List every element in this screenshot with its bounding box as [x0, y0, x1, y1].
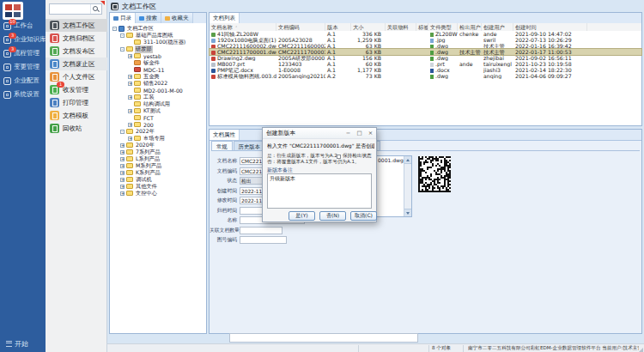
table-row[interactable]: CMC22111600002.dwgCMC22111600002A.163 KB…: [210, 43, 641, 49]
nav-item-回收站[interactable]: 回收站: [46, 122, 107, 135]
table-row[interactable]: CMC22111700001.dwgCMC22111700001A.163 KB…: [210, 49, 641, 55]
file-icon: [211, 63, 216, 67]
column-header-版本[interactable]: 版本: [325, 23, 351, 31]
scroll-up-icon[interactable]: [404, 156, 411, 164]
sidebar-item-变更管理[interactable]: 变更管理: [0, 60, 46, 74]
tree-tab-搜索[interactable]: 搜索: [136, 13, 161, 23]
nav-item-文档工作区[interactable]: 文档工作区: [46, 19, 107, 32]
expand-icon[interactable]: +: [120, 171, 125, 175]
expand-icon[interactable]: +: [120, 150, 125, 155]
tree-node[interactable]: +调试机: [110, 176, 206, 183]
table-row[interactable]: 1920x1080电脑桌面(1)(1).jpg2005A23028A.11,25…: [210, 37, 641, 43]
expand-icon[interactable]: +: [128, 54, 132, 58]
tree-node[interactable]: FCT: [110, 114, 206, 121]
column-header-文档编码[interactable]: 文档编码: [276, 23, 325, 31]
maximize-icon[interactable]: □: [354, 129, 365, 138]
table-row[interactable]: MB007.prt1233403A.160 KB.prtandetairuixe…: [210, 61, 641, 67]
tree-node[interactable]: +文控中心: [110, 190, 206, 197]
properties-tab-历史版本[interactable]: 历史版本: [234, 141, 265, 150]
column-header-创建用户[interactable]: 创建用户: [482, 23, 513, 31]
nav-item-文档发布区[interactable]: 文档发布区: [46, 45, 107, 58]
remark-input[interactable]: [229, 333, 418, 343]
dialog-button-取消(C)[interactable]: 取消(C): [350, 211, 377, 221]
tree-node[interactable]: +200: [110, 121, 206, 128]
minimize-icon[interactable]: −: [343, 129, 354, 138]
column-header-创建时间[interactable]: 创建时间: [513, 23, 587, 31]
tree-node[interactable]: 钣金件: [110, 59, 206, 66]
tab-document-workspace[interactable]: 文档工作区: [111, 2, 156, 11]
sidebar-item-工作台[interactable]: 10工作台: [0, 19, 46, 33]
collapse-icon[interactable]: -: [120, 33, 125, 38]
column-header-文档名称[interactable]: 文档名称 ˄: [210, 23, 276, 31]
properties-tab-常规[interactable]: 常规: [211, 141, 233, 150]
table-row[interactable]: Drawing2.dwg2005A研发部00007A.1156 KB.dwgzh…: [210, 55, 641, 61]
expand-icon[interactable]: +: [128, 137, 132, 141]
collapse-icon[interactable]: -: [120, 130, 125, 134]
column-header-大小[interactable]: 大小: [351, 23, 386, 31]
tree-node[interactable]: 311-100(稳压器): [110, 39, 206, 46]
nav-item-打印管理[interactable]: 打印管理: [46, 96, 107, 109]
tree-node[interactable]: MD2-001-M-00: [110, 87, 206, 94]
nav-item-文档归档区[interactable]: 文档归档区: [46, 32, 107, 45]
column-header-标签[interactable]: 标签: [416, 23, 428, 31]
property-value-图号编码[interactable]: [240, 236, 287, 244]
folder-icon: [134, 136, 141, 141]
tree-node[interactable]: +K系列产品: [110, 169, 206, 176]
nav-item-文档废止区[interactable]: 文档废止区: [46, 58, 107, 70]
folder-icon: [126, 46, 133, 52]
scroll-down-icon[interactable]: [404, 209, 411, 216]
table-row[interactable]: PMP笔记.docx1-E0008A.11,177 KB.docxjiashi3…: [210, 67, 641, 73]
expand-icon[interactable]: +: [120, 157, 125, 161]
nav-item-收发管理[interactable]: 1收发管理: [46, 83, 107, 96]
tree-tab-收藏夹[interactable]: 收藏夹: [161, 13, 193, 23]
sidebar-item-企业配置[interactable]: 企业配置: [0, 74, 46, 88]
collapse-icon[interactable]: -: [112, 27, 117, 31]
checkbox-icon[interactable]: [337, 155, 341, 159]
tree-node[interactable]: +销售2022: [110, 80, 206, 87]
dialog-titlebar[interactable]: 创建新版本 − □ ×: [263, 128, 376, 139]
expand-icon[interactable]: +: [120, 191, 125, 196]
dialog-button-是(Y)[interactable]: 是(Y): [289, 211, 315, 221]
file-icon: [211, 39, 216, 43]
table-row[interactable]: 标准模具物料图纸.003.dwg2005anqing202104...A.273…: [210, 73, 641, 79]
column-header-检出用户[interactable]: 检出用户: [458, 23, 482, 31]
sidebar-item-系统设置[interactable]: 系统设置: [0, 88, 46, 101]
search-icon[interactable]: [90, 4, 101, 14]
close-icon[interactable]: ×: [365, 129, 376, 138]
listbox-scrollbar[interactable]: [404, 156, 411, 216]
file-material-cell: [386, 55, 416, 61]
tree-node[interactable]: -研发部: [110, 46, 206, 52]
tab-document-properties[interactable]: 文档属性: [210, 130, 240, 140]
tree-node[interactable]: +KT测试: [110, 107, 206, 114]
start-button[interactable]: 开始: [6, 339, 28, 349]
column-header-关联物料[interactable]: 关联物料: [386, 23, 416, 31]
keep-checkout-checkbox[interactable]: 保持检出状态: [337, 153, 372, 160]
expand-icon[interactable]: +: [128, 109, 132, 113]
sidebar-item-企业知识库[interactable]: 3企业知识库: [0, 33, 46, 46]
file-type-cell: .docx: [428, 67, 458, 73]
tree-tab-目录[interactable]: 目录: [110, 13, 136, 23]
expand-icon[interactable]: +: [120, 143, 125, 148]
expand-icon[interactable]: +: [120, 178, 125, 182]
resize-grip-icon[interactable]: [639, 348, 643, 352]
expand-icon[interactable]: +: [128, 123, 132, 127]
sidebar-item-流程管理[interactable]: 3流程管理: [0, 46, 46, 60]
column-header-文件类型[interactable]: 文件类型: [428, 23, 458, 31]
tree-node[interactable]: +其他文件: [110, 183, 206, 190]
nav-item-文档模板[interactable]: 文档模板: [46, 109, 107, 122]
expand-icon[interactable]: +: [128, 82, 132, 86]
tab-file-list[interactable]: 文档列表: [210, 13, 240, 23]
table-row[interactable]: 41回轴.ZL208WA.1336 KBZL208Wchenkeande2021…: [210, 31, 641, 37]
expand-icon[interactable]: +: [128, 75, 132, 79]
expand-icon[interactable]: +: [128, 95, 132, 100]
property-value-关联文档数量[interactable]: [240, 227, 283, 234]
collapse-icon[interactable]: -: [120, 47, 125, 52]
dialog-button-否(N)[interactable]: 否(N): [319, 211, 346, 221]
property-label: 关联文档数量: [210, 227, 240, 234]
expand-icon[interactable]: +: [120, 185, 125, 189]
search-input[interactable]: [50, 4, 90, 14]
nav-item-个人文件区[interactable]: 个人文件区: [46, 70, 107, 83]
new-version-remark-textarea[interactable]: 升级新版本: [267, 173, 372, 209]
expand-icon[interactable]: +: [120, 164, 125, 168]
tree-node[interactable]: +市场专用: [110, 135, 206, 142]
